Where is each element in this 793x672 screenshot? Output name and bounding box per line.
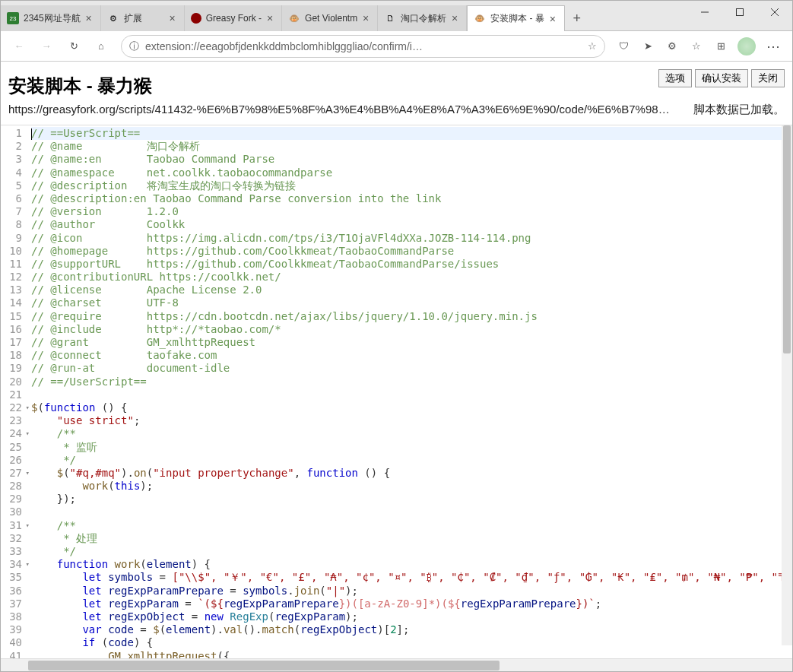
window-close-button[interactable] [757,1,792,24]
scrollbar-thumb[interactable] [28,661,500,670]
favorites-icon[interactable]: ☆ [686,36,707,57]
tab-label: Greasy Fork - [206,13,262,24]
svg-rect-1 [737,9,744,16]
new-tab-button[interactable]: + [565,5,589,31]
load-status: 脚本数据已加载。 [693,103,785,117]
script-source-url: https://greasyfork.org/scripts/411432-%E… [8,103,678,117]
confirm-install-button[interactable]: 确认安装 [695,69,748,87]
favicon-vm: 🐵 [288,12,300,24]
tab-label: Get Violentm [305,13,357,24]
collections-icon[interactable]: ⊞ [710,36,731,57]
tab-0[interactable]: 23 2345网址导航 × [1,5,101,31]
close-button[interactable]: 关闭 [751,69,785,87]
profile-avatar[interactable] [737,37,756,55]
tab-label: 淘口令解析 [401,12,446,25]
tab-label: 扩展 [124,12,164,25]
back-button[interactable]: ← [7,34,31,59]
close-icon[interactable]: × [449,13,460,24]
tab-label: 2345网址导航 [24,12,81,25]
cursor-icon[interactable]: ➤ [637,36,658,57]
browser-toolbar: ← → ↻ ⌂ ⓘ extension://eeagobfjdenkkddmbc… [1,31,792,62]
url-text: extension://eeagobfjdenkkddmbclomhiblggg… [145,40,582,52]
vertical-scrollbar[interactable] [782,125,792,645]
titlebar: 23 2345网址导航 × ⚙ 扩展 × Greasy Fork - × 🐵 G… [1,1,792,31]
close-icon[interactable]: × [265,13,275,24]
action-buttons: 选项 确认安装 关闭 [658,69,785,87]
page-title: 安装脚本 - 暴力猴 [8,69,658,98]
close-icon[interactable]: × [84,13,94,24]
tab-label: 安装脚本 - 暴 [490,12,544,25]
favicon-greasy [191,13,201,24]
menu-button[interactable]: ⋯ [762,34,786,59]
scrollbar-thumb[interactable] [783,125,791,353]
gear-ext-icon[interactable]: ⚙ [661,36,683,57]
page-content: 安装脚本 - 暴力猴 选项 确认安装 关闭 https://greasyfork… [1,62,792,671]
code-editor[interactable]: 1234567891011121314151617181920212223242… [1,125,792,658]
browser-tabs: 23 2345网址导航 × ⚙ 扩展 × Greasy Fork - × 🐵 G… [1,1,687,31]
favicon-ext: ⚙ [107,12,119,24]
options-button[interactable]: 选项 [658,69,692,87]
close-icon[interactable]: × [167,13,178,24]
tab-5-active[interactable]: 🐵 安装脚本 - 暴 × [467,5,565,31]
close-icon[interactable]: × [360,13,371,24]
tab-4[interactable]: 🗋 淘口令解析 × [378,5,467,31]
home-button[interactable]: ⌂ [89,34,113,59]
horizontal-scrollbar[interactable] [1,658,792,671]
favorite-icon[interactable]: ☆ [588,40,597,52]
line-gutter: 1234567891011121314151617181920212223242… [1,125,28,658]
tab-2[interactable]: Greasy Fork - × [185,5,282,31]
forward-button[interactable]: → [34,34,59,59]
favicon-2345: 23 [7,12,19,24]
close-icon[interactable]: × [547,14,558,24]
maximize-button[interactable] [722,1,757,24]
refresh-button[interactable]: ↻ [62,34,86,59]
tab-3[interactable]: 🐵 Get Violentm × [282,5,378,31]
tab-1[interactable]: ⚙ 扩展 × [101,5,185,31]
window-controls [687,1,792,24]
favicon-blank: 🗋 [384,12,396,24]
code-area[interactable]: // ==UserScript==// @name 淘口令解析// @name:… [28,125,792,658]
site-info-icon[interactable]: ⓘ [129,40,139,53]
ublock-icon[interactable]: 🛡 [613,36,634,57]
favicon-vm-active: 🐵 [474,13,486,25]
minimize-button[interactable] [687,1,722,24]
address-bar[interactable]: ⓘ extension://eeagobfjdenkkddmbclomhiblg… [121,35,605,58]
